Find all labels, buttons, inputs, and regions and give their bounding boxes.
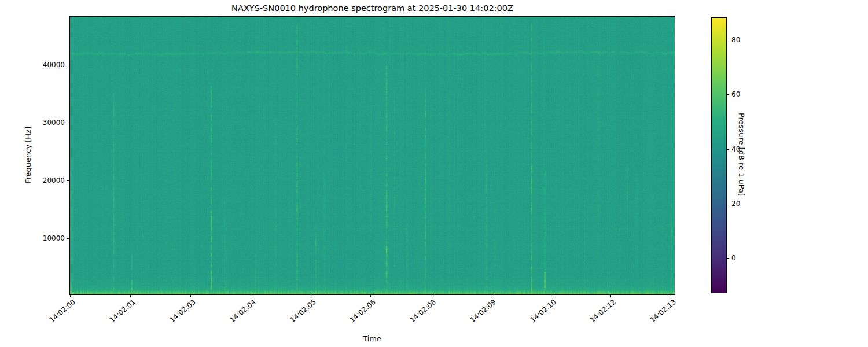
colorbar-tick-mark (727, 204, 729, 204)
x-tick-mark (370, 295, 371, 297)
x-tick-mark (130, 295, 131, 297)
y-tick-label: 30000 (43, 118, 65, 127)
x-tick-mark (671, 295, 671, 297)
y-axis-label: Frequency [Hz] (24, 127, 32, 183)
spectrogram-canvas (70, 17, 675, 294)
x-tick-label: 14:02:06 (348, 298, 377, 324)
y-tick-label: 20000 (43, 176, 65, 185)
x-axis-label: Time (363, 334, 381, 343)
x-tick-mark (551, 295, 551, 297)
y-tick-label: 10000 (43, 234, 65, 243)
colorbar-label: Pressure [dB re 1 uPa] (737, 113, 746, 196)
x-tick-label: 14:02:00 (48, 298, 77, 324)
colorbar-gradient (712, 18, 726, 293)
x-tick-label: 14:02:04 (228, 298, 257, 324)
colorbar-tick-label: 80 (731, 35, 740, 45)
x-tick-mark (431, 295, 431, 297)
colorbar-tick-label: 0 (731, 253, 736, 263)
colorbar (711, 17, 727, 293)
x-tick-label: 14:02:08 (409, 298, 437, 324)
x-tick-mark (610, 295, 611, 297)
y-tick-mark (67, 180, 69, 181)
y-tick-mark (67, 65, 69, 65)
spectrogram-plot (69, 16, 675, 295)
x-tick-mark (70, 295, 71, 297)
x-tick-label: 14:02:10 (529, 298, 558, 324)
y-tick-mark (67, 123, 69, 123)
x-tick-mark (251, 295, 251, 297)
colorbar-tick-mark (727, 94, 729, 95)
x-tick-label: 14:02:09 (469, 298, 498, 324)
x-tick-mark (190, 295, 191, 297)
colorbar-tick-mark (727, 258, 729, 259)
x-tick-mark (491, 295, 491, 297)
x-tick-label: 14:02:01 (108, 298, 137, 324)
x-tick-label: 14:02:03 (168, 298, 197, 324)
y-tick-mark (67, 238, 69, 239)
x-tick-label: 14:02:13 (649, 298, 678, 324)
x-tick-mark (311, 295, 311, 297)
colorbar-tick-label: 60 (731, 90, 740, 99)
x-tick-label: 14:02:12 (589, 298, 617, 324)
y-tick-label: 40000 (43, 60, 65, 69)
plot-title: NAXYS-SN0010 hydrophone spectrogram at 2… (69, 3, 675, 13)
colorbar-tick-label: 20 (731, 199, 740, 208)
colorbar-tick-mark (727, 40, 729, 40)
x-tick-label: 14:02:05 (288, 298, 317, 324)
colorbar-tick-mark (727, 149, 729, 150)
figure-root: NAXYS-SN0010 hydrophone spectrogram at 2… (0, 0, 868, 347)
